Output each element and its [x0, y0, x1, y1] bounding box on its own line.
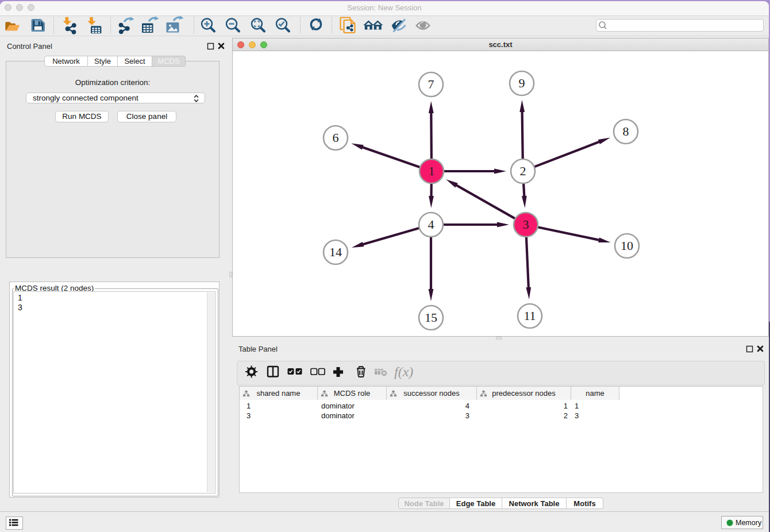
svg-text:4: 4 [428, 217, 434, 232]
svg-text:6: 6 [333, 130, 339, 145]
svg-text:11: 11 [523, 309, 536, 323]
svg-text:8: 8 [623, 124, 629, 138]
svg-text:14: 14 [329, 245, 342, 259]
svg-text:15: 15 [425, 310, 437, 325]
svg-text:9: 9 [519, 76, 525, 90]
svg-text:1: 1 [429, 164, 435, 178]
svg-text:3: 3 [523, 217, 529, 232]
svg-text:10: 10 [621, 238, 633, 253]
svg-text:2: 2 [520, 164, 526, 178]
svg-text:7: 7 [428, 77, 434, 91]
svg-text:f(x): f(x) [394, 364, 413, 379]
